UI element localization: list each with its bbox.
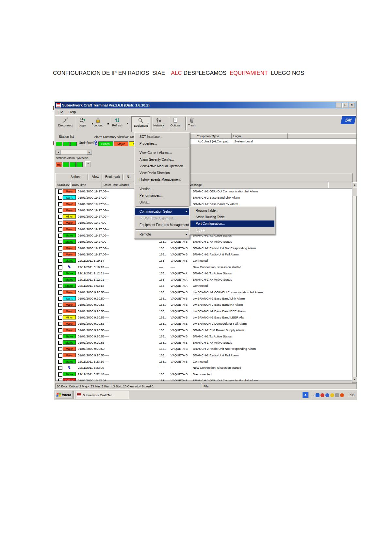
- ack-checkbox[interactable]: [58, 227, 62, 232]
- ack-checkbox[interactable]: [58, 202, 62, 206]
- tray-expand-chevron[interactable]: «: [313, 393, 315, 397]
- tray-icon-4[interactable]: [330, 393, 334, 397]
- ack-checkbox[interactable]: [58, 246, 62, 251]
- event-row[interactable]: Status 22/11/2011 1:12:31 ---- 163.. VAQ…: [56, 270, 352, 277]
- ack-checkbox[interactable]: [58, 303, 62, 307]
- submenu-item[interactable]: Routing Table...: [190, 207, 274, 214]
- ack-checkbox[interactable]: [58, 234, 62, 238]
- ack-checkbox[interactable]: [58, 341, 62, 345]
- event-row[interactable]: Major 01/01/2000 9:20:56 ---- 163.. VAQU…: [56, 321, 352, 327]
- more-button[interactable]: N..: [125, 175, 132, 179]
- menu-bar-item[interactable]: Help: [66, 110, 78, 114]
- disconnect-button[interactable]: Disconnect: [56, 116, 74, 131]
- logout-dropdown-dot[interactable]: [107, 123, 109, 124]
- ack-checkbox[interactable]: [58, 215, 62, 219]
- tray-icon-6[interactable]: [340, 393, 344, 397]
- tray-icon-5[interactable]: [335, 393, 339, 397]
- equipment-menu-item[interactable]: Communication Setup►: [135, 208, 189, 215]
- event-row[interactable]: Major 01/01/2000 9:20:56 ---- 163 VAQUET…: [56, 327, 352, 334]
- event-row[interactable]: Status 22/11/2011 5:52:40 ---- 163.. VAQ…: [56, 371, 352, 378]
- login-header[interactable]: Login: [232, 133, 288, 139]
- ack-checkbox[interactable]: [58, 259, 62, 263]
- event-row[interactable]: Status 22/11/2011 5:19:14 ---- 163 VAQUE…: [56, 258, 352, 264]
- taskbar-quick-icon[interactable]: ▲: [302, 392, 309, 398]
- ack-checkbox[interactable]: [58, 221, 62, 225]
- view-button[interactable]: View: [91, 175, 101, 179]
- start-button[interactable]: Inicio: [55, 391, 73, 399]
- ack-checkbox[interactable]: [58, 360, 62, 364]
- equipment-menu-item[interactable]: Units...: [135, 199, 189, 206]
- ack-checkbox[interactable]: [58, 196, 62, 200]
- minimize-button[interactable]: _: [336, 103, 342, 108]
- event-row[interactable]: 22/11/2011 5:23:00 ---- ---- ---- New Co…: [56, 365, 352, 371]
- menu-bar-item[interactable]: File: [55, 110, 66, 114]
- equipment-dropdown-arrow[interactable]: ▾: [147, 122, 149, 125]
- trash-button[interactable]: Trash: [183, 116, 201, 131]
- refresh-dropdown-arrow[interactable]: ▾: [127, 122, 128, 125]
- ack-checkbox[interactable]: [58, 290, 62, 295]
- equipment-menu-item[interactable]: [136, 184, 188, 185]
- event-row[interactable]: Status 01/01/2000 19:27:00 ---- 163.. VA…: [56, 239, 352, 245]
- ack-checkbox[interactable]: [58, 284, 62, 288]
- equipment-menu-item[interactable]: Version...: [135, 186, 189, 193]
- ack-checkbox[interactable]: [58, 379, 62, 381]
- scroll-thumb[interactable]: [352, 187, 357, 196]
- header-date-time[interactable]: Date/Time: [70, 182, 102, 188]
- close-button[interactable]: ×: [349, 103, 355, 108]
- ack-checkbox[interactable]: [58, 372, 62, 377]
- ack-checkbox[interactable]: [58, 271, 62, 276]
- ack-checkbox[interactable]: [58, 322, 62, 326]
- ack-checkbox[interactable]: [58, 189, 62, 194]
- bookmark-button[interactable]: Bookmark: [104, 175, 121, 179]
- submenu-item[interactable]: Static Routing Table...: [190, 214, 274, 220]
- equipment-menu-item[interactable]: History Events Management: [135, 176, 189, 183]
- title-bar[interactable]: Subnetwork Craft Terminal Ver.1.6.8 (Dis…: [55, 102, 356, 108]
- submenu-item[interactable]: OSPF: [190, 227, 274, 234]
- equipment-menu-item[interactable]: View Current Alarms...: [135, 150, 189, 156]
- event-row[interactable]: Major 01/01/2000 9:20:50 ---- 163.. VAQU…: [56, 346, 352, 352]
- event-row[interactable]: Major 01/01/2000 9:20:56 ---- 163.. VAQU…: [56, 289, 352, 296]
- ack-checkbox[interactable]: [58, 297, 62, 301]
- ack-checkbox[interactable]: [58, 240, 62, 244]
- ack-checkbox[interactable]: [58, 253, 62, 257]
- equipment-menu-item[interactable]: View Active Manual Operation...: [135, 163, 189, 170]
- ack-checkbox[interactable]: [58, 347, 62, 351]
- header-ack-sev[interactable]: ACK/Sev: [55, 182, 70, 188]
- event-row[interactable]: Status 01/01/2000 9:20:56 ---- 163.. VAQ…: [56, 334, 352, 340]
- logout-button[interactable]: Logout: [90, 116, 106, 131]
- network-button[interactable]: Network: [150, 116, 167, 131]
- station-scrollbar[interactable]: ◄ ►: [56, 150, 92, 155]
- equipment-menu-item[interactable]: Performances...: [135, 192, 189, 199]
- equipment-menu-item[interactable]: Properties...: [135, 140, 189, 147]
- event-row[interactable]: Warn. 01/01/2000 19:27:00 ---- 163.. VAQ…: [56, 195, 352, 201]
- equipment-menu-item[interactable]: SCT Interface...: [135, 134, 189, 140]
- ack-checkbox[interactable]: [58, 208, 62, 213]
- options-button[interactable]: Options: [167, 116, 184, 131]
- ack-checkbox[interactable]: [58, 328, 62, 333]
- tray-icon-3[interactable]: [325, 393, 329, 397]
- event-row[interactable]: Critical 01/01/2000 19:27:05 ---- 163.. …: [56, 378, 352, 381]
- equipment-type-header[interactable]: Equipment Type: [195, 133, 232, 139]
- scroll-up-button[interactable]: ▲: [352, 182, 357, 187]
- tray-icon-1[interactable]: [316, 393, 319, 397]
- equipment-menu-item[interactable]: [136, 148, 188, 149]
- equipment-menu-item[interactable]: [136, 229, 188, 231]
- event-row[interactable]: Major 01/01/2000 19:27:00 ---- 163.. VAQ…: [56, 252, 352, 258]
- ack-checkbox[interactable]: [58, 278, 62, 282]
- scroll-right-button[interactable]: ►: [87, 150, 92, 155]
- refresh-button[interactable]: Refresh: [109, 116, 125, 131]
- scroll-down-button[interactable]: ▼: [352, 377, 357, 382]
- event-row[interactable]: Status 22/11/2011 5:53:12 ---- 163 VAQUE…: [56, 283, 352, 289]
- actions-button[interactable]: Actions: [69, 175, 83, 179]
- equipment-menu-item[interactable]: [136, 206, 188, 208]
- event-row[interactable]: Major 01/01/2000 19:27:00 ---- 163.. VAQ…: [56, 188, 352, 195]
- event-row[interactable]: Major 01/01/2000 9:20:56 ---- 163 VAQUET…: [56, 308, 352, 315]
- ack-checkbox[interactable]: [58, 309, 62, 314]
- event-row[interactable]: Warn. 01/01/2000 9:20:50 ---- 163.. VAQU…: [56, 296, 352, 302]
- ack-checkbox[interactable]: [58, 366, 62, 370]
- ack-checkbox[interactable]: [58, 353, 62, 358]
- header-blank[interactable]: [328, 182, 352, 188]
- ack-checkbox[interactable]: [58, 316, 62, 320]
- event-row[interactable]: Major 01/01/2000 19:27:00 ---- 163.. VAQ…: [56, 245, 352, 252]
- event-row[interactable]: Major 01/01/2000 9:20:56 ---- 163.. VAQU…: [56, 352, 352, 359]
